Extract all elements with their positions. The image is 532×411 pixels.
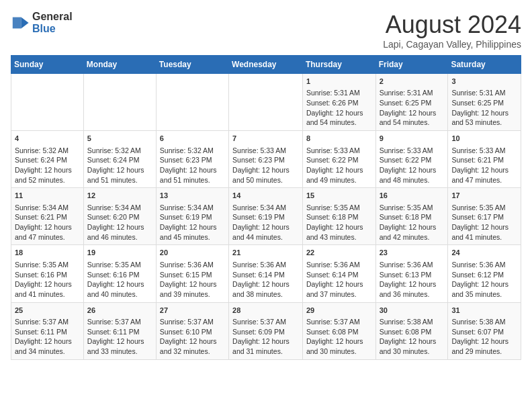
day-info-line: Sunset: 6:15 PM <box>160 270 225 280</box>
day-info-line: Daylight: 12 hours <box>451 165 517 175</box>
calendar-table: SundayMondayTuesdayWednesdayThursdayFrid… <box>11 55 521 360</box>
day-info-line: Daylight: 12 hours <box>87 279 152 289</box>
day-info-line: Daylight: 12 hours <box>160 222 225 232</box>
day-info-line: Daylight: 12 hours <box>380 336 445 347</box>
day-info-line: Sunset: 6:11 PM <box>87 327 152 337</box>
day-info-line: Sunrise: 5:37 AM <box>160 317 225 327</box>
day-info-line: Daylight: 12 hours <box>87 165 152 175</box>
day-info-line: Daylight: 12 hours <box>232 336 299 347</box>
calendar-cell: 5Sunrise: 5:32 AMSunset: 6:24 PMDaylight… <box>83 131 156 188</box>
location-subtitle: Lapi, Cagayan Valley, Philippines <box>383 39 521 50</box>
day-info-line: Sunrise: 5:34 AM <box>15 203 80 213</box>
day-info-line: and 52 minutes. <box>15 175 80 185</box>
day-info-line: Daylight: 12 hours <box>451 222 517 232</box>
day-info-line: and 40 minutes. <box>87 289 152 300</box>
day-info-line: Sunset: 6:13 PM <box>380 270 445 280</box>
day-info-line: Sunset: 6:17 PM <box>451 212 517 222</box>
day-info-line: Sunrise: 5:35 AM <box>15 260 80 270</box>
day-info-line: Daylight: 12 hours <box>160 165 225 175</box>
day-info-line: Daylight: 12 hours <box>160 336 225 347</box>
day-info-line: and 53 minutes. <box>451 118 517 128</box>
day-number: 7 <box>232 134 299 144</box>
day-info-line: Daylight: 12 hours <box>380 222 445 232</box>
day-info-line: Sunset: 6:16 PM <box>15 270 80 280</box>
calendar-cell: 16Sunrise: 5:35 AMSunset: 6:18 PMDayligh… <box>375 188 448 245</box>
day-info-line: and 54 minutes. <box>306 118 372 128</box>
day-info-line: Daylight: 12 hours <box>451 279 517 289</box>
day-info-line: Sunset: 6:21 PM <box>15 212 80 222</box>
day-number: 17 <box>451 191 517 201</box>
day-number: 11 <box>15 191 80 201</box>
day-info-line: and 51 minutes. <box>87 175 152 185</box>
day-info-line: Daylight: 12 hours <box>232 279 299 289</box>
day-number: 1 <box>306 77 372 87</box>
day-info-line: Daylight: 12 hours <box>87 222 152 232</box>
calendar-cell <box>229 74 303 131</box>
day-info-line: and 54 minutes. <box>380 118 445 128</box>
day-info-line: Sunrise: 5:36 AM <box>451 260 517 270</box>
calendar-body: 1Sunrise: 5:31 AMSunset: 6:26 PMDaylight… <box>11 74 521 360</box>
day-number: 6 <box>160 134 225 144</box>
month-title: August 2024 <box>383 11 521 39</box>
day-info-line: Sunrise: 5:31 AM <box>306 88 372 98</box>
day-info-line: and 43 minutes. <box>306 232 372 242</box>
day-info-line: and 51 minutes. <box>160 175 225 185</box>
calendar-cell: 21Sunrise: 5:36 AMSunset: 6:14 PMDayligh… <box>229 245 303 302</box>
day-number: 29 <box>306 306 372 316</box>
day-info-line: Sunrise: 5:36 AM <box>306 260 372 270</box>
day-info-line: and 46 minutes. <box>87 232 152 242</box>
calendar-cell: 10Sunrise: 5:33 AMSunset: 6:21 PMDayligh… <box>448 131 521 188</box>
day-info-line: Sunset: 6:22 PM <box>306 155 372 165</box>
calendar-cell: 1Sunrise: 5:31 AMSunset: 6:26 PMDaylight… <box>302 74 375 131</box>
header-row: SundayMondayTuesdayWednesdayThursdayFrid… <box>11 56 521 74</box>
day-info-line: Daylight: 12 hours <box>306 336 372 347</box>
calendar-cell: 28Sunrise: 5:37 AMSunset: 6:09 PMDayligh… <box>229 302 303 359</box>
day-info-line: Sunrise: 5:37 AM <box>232 317 299 327</box>
day-number: 13 <box>160 191 225 201</box>
calendar-cell: 30Sunrise: 5:38 AMSunset: 6:08 PMDayligh… <box>375 302 448 359</box>
calendar-cell: 6Sunrise: 5:32 AMSunset: 6:23 PMDaylight… <box>156 131 228 188</box>
day-number: 26 <box>87 306 152 316</box>
day-info-line: and 49 minutes. <box>306 175 372 185</box>
day-info-line: Daylight: 12 hours <box>232 222 299 232</box>
calendar-cell: 26Sunrise: 5:37 AMSunset: 6:11 PMDayligh… <box>83 302 156 359</box>
day-info-line: Daylight: 12 hours <box>15 279 80 289</box>
calendar-cell: 2Sunrise: 5:31 AMSunset: 6:25 PMDaylight… <box>375 74 448 131</box>
day-info-line: and 45 minutes. <box>160 232 225 242</box>
calendar-cell <box>11 74 84 131</box>
calendar-cell: 22Sunrise: 5:36 AMSunset: 6:14 PMDayligh… <box>302 245 375 302</box>
calendar-cell: 3Sunrise: 5:31 AMSunset: 6:25 PMDaylight… <box>448 74 521 131</box>
calendar-week-2: 4Sunrise: 5:32 AMSunset: 6:24 PMDaylight… <box>11 131 521 188</box>
day-number: 16 <box>380 191 445 201</box>
page-header: General Blue August 2024 Lapi, Cagayan V… <box>11 11 521 50</box>
day-info-line: and 37 minutes. <box>306 289 372 300</box>
day-info-line: and 34 minutes. <box>15 347 80 357</box>
day-number: 12 <box>87 191 152 201</box>
day-info-line: Sunset: 6:23 PM <box>232 155 299 165</box>
day-number: 22 <box>306 248 372 258</box>
day-number: 14 <box>232 191 299 201</box>
day-info-line: Daylight: 12 hours <box>15 165 80 175</box>
day-info-line: Sunset: 6:10 PM <box>160 327 225 337</box>
day-info-line: Sunset: 6:08 PM <box>306 327 372 337</box>
day-number: 8 <box>306 134 372 144</box>
day-info-line: Daylight: 12 hours <box>87 336 152 347</box>
day-info-line: Sunrise: 5:35 AM <box>451 203 517 213</box>
calendar-cell: 25Sunrise: 5:37 AMSunset: 6:11 PMDayligh… <box>11 302 84 359</box>
calendar-cell: 7Sunrise: 5:33 AMSunset: 6:23 PMDaylight… <box>229 131 303 188</box>
day-info-line: Sunrise: 5:36 AM <box>232 260 299 270</box>
day-info-line: and 38 minutes. <box>232 289 299 300</box>
calendar-cell: 11Sunrise: 5:34 AMSunset: 6:21 PMDayligh… <box>11 188 84 245</box>
calendar-week-1: 1Sunrise: 5:31 AMSunset: 6:26 PMDaylight… <box>11 74 521 131</box>
day-info-line: and 39 minutes. <box>160 289 225 300</box>
day-info-line: and 29 minutes. <box>451 347 517 357</box>
day-info-line: Sunrise: 5:34 AM <box>87 203 152 213</box>
calendar-cell <box>156 74 228 131</box>
day-info-line: Sunrise: 5:38 AM <box>451 317 517 327</box>
calendar-cell: 19Sunrise: 5:35 AMSunset: 6:16 PMDayligh… <box>83 245 156 302</box>
day-info-line: Sunrise: 5:37 AM <box>15 317 80 327</box>
day-info-line: Daylight: 12 hours <box>15 222 80 232</box>
day-number: 5 <box>87 134 152 144</box>
day-info-line: Sunset: 6:21 PM <box>451 155 517 165</box>
calendar-cell: 20Sunrise: 5:36 AMSunset: 6:15 PMDayligh… <box>156 245 228 302</box>
